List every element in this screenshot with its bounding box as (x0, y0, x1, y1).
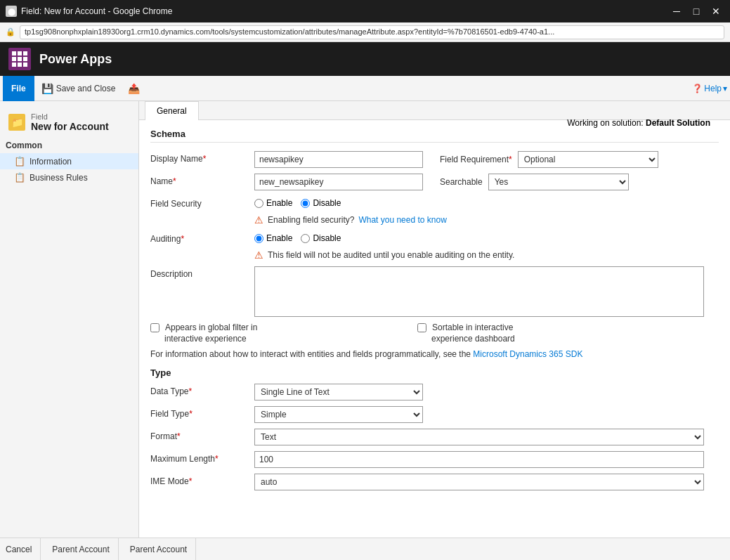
main-area: 📁 Field New for Account Working on solut… (0, 101, 730, 560)
publish-icon: 📤 (128, 83, 140, 94)
bottom-cell-parent2: Parent Account (130, 538, 196, 560)
grid-icon[interactable] (8, 48, 31, 70)
content-area: Working on solution: Default Solution Ge… (139, 101, 730, 560)
auditing-disable-label[interactable]: Disable (301, 233, 341, 243)
auditing-warning-icon: ⚠ (254, 249, 263, 261)
bottom-parent2-label: Parent Account (130, 545, 187, 554)
auditing-radio-group: Enable Disable (254, 231, 341, 243)
file-button[interactable]: File (3, 76, 34, 101)
sortable-sub: experience dashboard (431, 334, 684, 344)
ime-mode-label: IME Mode* (150, 474, 249, 486)
url-bar[interactable]: tp1sg908nonphxplain18930org1.crm10.dynam… (20, 25, 724, 39)
maximize-button[interactable]: □ (688, 4, 705, 18)
entity-name: New for Account (31, 121, 109, 132)
minimize-button[interactable]: ─ (668, 4, 685, 18)
auditing-enable-radio[interactable] (254, 234, 263, 243)
data-type-label: Data Type* (150, 384, 249, 396)
information-icon: 📋 (14, 156, 25, 167)
sortable-label: Sortable in interactive (432, 323, 513, 332)
description-row: Description (150, 266, 719, 317)
entity-icon: 📁 (8, 114, 25, 131)
save-close-icon: 💾 (41, 83, 53, 94)
ime-mode-select[interactable]: auto active inactive disabled (254, 474, 704, 490)
auditing-enable-label[interactable]: Enable (254, 233, 292, 243)
global-filter-sub: interactive experience (164, 334, 417, 344)
form-content: Schema Display Name* Field Requirement* … (139, 120, 730, 504)
business-rules-icon: 📋 (14, 172, 25, 183)
tab-general[interactable]: General (145, 101, 199, 120)
sidebar-item-business-rules[interactable]: 📋 Business Rules (0, 169, 138, 185)
bottom-cell-cancel: Cancel (6, 538, 41, 560)
auditing-row: Auditing* Enable Disable (150, 231, 719, 244)
sidebar-section-common: Common (0, 138, 138, 153)
save-close-button[interactable]: 💾 Save and Close (36, 79, 122, 98)
tab-bar: General (139, 101, 730, 120)
field-security-label: Field Security (150, 196, 249, 209)
warning-icon: ⚠ (254, 214, 263, 226)
description-label: Description (150, 266, 249, 279)
max-length-input[interactable] (254, 451, 704, 468)
name-row: Name* Searchable Yes No (150, 174, 719, 190)
searchable-select[interactable]: Yes No (488, 174, 629, 190)
bottom-cancel-label: Cancel (6, 545, 32, 554)
browser-icon: ⬤ (6, 6, 17, 17)
field-security-disable-radio[interactable] (301, 199, 310, 208)
global-filter-checkbox[interactable] (150, 323, 159, 332)
help-button[interactable]: ❓ Help ▾ (692, 84, 727, 93)
max-length-label: Maximum Length* (150, 451, 249, 464)
schema-section-title: Schema (150, 129, 719, 143)
checkboxes-row: Appears in global filter in interactive … (150, 323, 719, 344)
auditing-warning-text: This field will not be audited until you… (268, 250, 514, 260)
field-requirement-label: Field Requirement* (440, 155, 512, 164)
format-row: Format* Text Email Text Area URL Ticker … (150, 429, 719, 445)
max-length-row: Maximum Length* (150, 451, 719, 468)
format-label: Format* (150, 429, 249, 441)
entity-label: Field (31, 112, 109, 121)
help-chevron-icon: ▾ (723, 84, 727, 93)
window-title: Field: New for Account - Google Chrome (21, 6, 172, 16)
bottom-parent1-label: Parent Account (52, 545, 109, 554)
sidebar-item-business-rules-label: Business Rules (30, 173, 88, 183)
address-bar: 🔒 tp1sg908nonphxplain18930org1.crm10.dyn… (0, 22, 730, 42)
field-type-select[interactable]: Simple Calculated Rollup (254, 406, 423, 423)
format-select[interactable]: Text Email Text Area URL Ticker Symbol P… (254, 429, 704, 445)
field-security-disable-label[interactable]: Disable (301, 198, 341, 208)
close-button[interactable]: ✕ (708, 4, 724, 18)
name-input[interactable] (254, 174, 423, 190)
name-label: Name* (150, 174, 249, 186)
global-filter-label: Appears in global filter in (165, 323, 257, 332)
publish-button[interactable]: 📤 (122, 79, 145, 98)
searchable-label: Searchable (440, 177, 483, 187)
field-security-link[interactable]: What you need to know (358, 215, 446, 225)
data-type-select[interactable]: Single Line of Text Multiple Lines of Te… (254, 384, 423, 401)
description-textarea[interactable] (254, 266, 704, 317)
type-section-title: Type (150, 367, 171, 378)
bottom-bar: Cancel Parent Account Parent Account (0, 538, 730, 560)
sortable-checkbox[interactable] (417, 323, 426, 332)
sdk-link[interactable]: Microsoft Dynamics 365 SDK (473, 349, 582, 359)
title-bar: ⬤ Field: New for Account - Google Chrome… (0, 0, 730, 22)
sdk-info-row: For information about how to interact wi… (150, 349, 719, 359)
app-nav: Power Apps (0, 42, 730, 76)
field-security-enable-label[interactable]: Enable (254, 198, 292, 208)
display-name-input[interactable] (254, 151, 423, 168)
help-icon: ❓ (692, 84, 703, 93)
field-security-radio-group: Enable Disable (254, 196, 341, 208)
field-security-enable-radio[interactable] (254, 199, 263, 208)
lock-icon: 🔒 (6, 27, 15, 37)
ime-mode-row: IME Mode* auto active inactive disabled (150, 474, 719, 490)
auditing-disable-radio[interactable] (301, 234, 310, 243)
field-requirement-select[interactable]: Optional Business Recommended Business R… (518, 151, 658, 168)
data-type-row: Data Type* Single Line of Text Multiple … (150, 384, 719, 401)
app-title: Power Apps (39, 52, 112, 67)
field-type-label: Field Type* (150, 406, 249, 419)
save-close-label: Save and Close (56, 84, 116, 93)
display-name-row: Display Name* Field Requirement* Optiona… (150, 151, 719, 168)
sidebar: 📁 Field New for Account Working on solut… (0, 101, 139, 560)
sidebar-item-information[interactable]: 📋 Information (0, 153, 138, 169)
auditing-label: Auditing* (150, 231, 249, 244)
bottom-cell-parent1: Parent Account (52, 538, 118, 560)
field-security-warning-row: ⚠ Enabling field security? What you need… (254, 214, 719, 226)
field-security-warning-text: Enabling field security? (268, 215, 354, 225)
help-label: Help (704, 84, 722, 93)
